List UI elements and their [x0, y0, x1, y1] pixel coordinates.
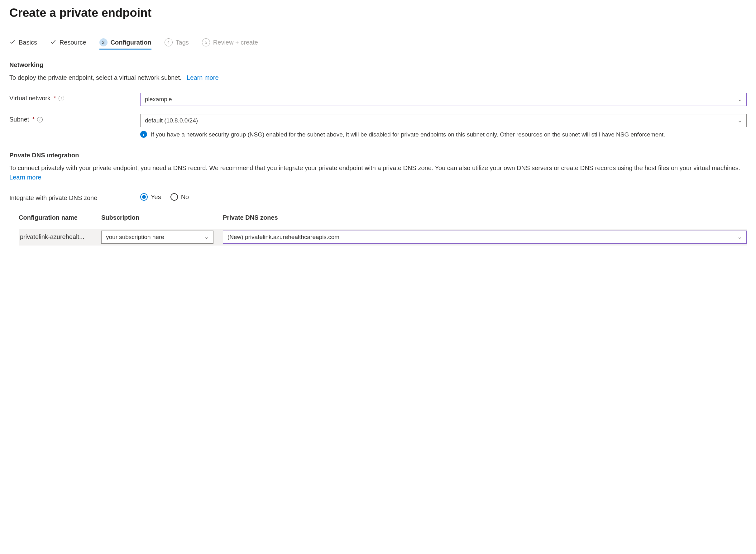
info-icon: i: [140, 131, 147, 138]
step-number-icon: 4: [165, 38, 173, 46]
info-icon[interactable]: i: [59, 96, 64, 101]
networking-description-text: To deploy the private endpoint, select a…: [9, 74, 182, 81]
tab-label: Resource: [59, 39, 86, 46]
dns-zones-table: Configuration name Subscription Private …: [19, 214, 747, 245]
col-config-name: Configuration name: [19, 214, 101, 221]
page-title: Create a private endpoint: [9, 6, 747, 20]
required-star-icon: *: [54, 95, 56, 102]
tab-tags[interactable]: 4 Tags: [165, 38, 189, 50]
radio-yes[interactable]: Yes: [140, 193, 161, 201]
integrate-dns-label: Integrate with private DNS zone: [9, 192, 140, 202]
dns-heading: Private DNS integration: [9, 152, 747, 159]
dns-description: To connect privately with your private e…: [9, 163, 747, 182]
check-icon: [50, 39, 56, 46]
label-text: Subnet: [9, 116, 29, 123]
tab-configuration[interactable]: 3 Configuration: [99, 38, 152, 50]
integrate-dns-row: Integrate with private DNS zone Yes No: [9, 192, 747, 202]
required-star-icon: *: [32, 116, 35, 123]
select-value: default (10.8.0.0/24): [145, 117, 198, 124]
radio-label: Yes: [151, 193, 161, 201]
step-number-icon: 3: [99, 38, 108, 46]
radio-label: No: [181, 193, 189, 201]
chevron-down-icon: [738, 97, 742, 102]
tab-label: Review + create: [213, 39, 258, 46]
subnet-select[interactable]: default (10.8.0.0/24): [140, 114, 747, 127]
chevron-down-icon: [738, 118, 742, 123]
virtual-network-label: Virtual network * i: [9, 93, 140, 102]
subnet-label: Subnet * i: [9, 114, 140, 123]
info-icon[interactable]: i: [37, 117, 43, 122]
chevron-down-icon: [738, 235, 742, 239]
select-value: plexample: [145, 96, 172, 103]
radio-icon: [170, 193, 178, 201]
dns-description-text: To connect privately with your private e…: [9, 165, 740, 171]
radio-no[interactable]: No: [170, 193, 189, 201]
wizard-tabs: Basics Resource 3 Configuration 4 Tags 5…: [9, 38, 747, 50]
integrate-dns-radio-group: Yes No: [140, 193, 747, 201]
nsg-info-callout: i If you have a network security group (…: [140, 130, 747, 139]
tab-basics[interactable]: Basics: [9, 39, 37, 50]
step-number-icon: 5: [202, 38, 210, 46]
check-icon: [9, 39, 15, 46]
private-dns-zone-select[interactable]: (New) privatelink.azurehealthcareapis.co…: [223, 231, 747, 244]
subscription-select[interactable]: your subscription here: [101, 231, 213, 244]
tab-label: Configuration: [111, 39, 152, 46]
dns-learn-more-link[interactable]: Learn more: [9, 174, 41, 181]
select-value: (New) privatelink.azurehealthcareapis.co…: [227, 234, 339, 240]
col-private-dns-zones: Private DNS zones: [223, 214, 747, 221]
config-name-value: privatelink-azurehealt...: [19, 233, 101, 240]
tab-review-create[interactable]: 5 Review + create: [202, 38, 258, 50]
tab-label: Tags: [176, 39, 189, 46]
chevron-down-icon: [204, 235, 209, 239]
tab-resource[interactable]: Resource: [50, 39, 86, 50]
virtual-network-row: Virtual network * i plexample: [9, 93, 747, 106]
col-subscription: Subscription: [101, 214, 223, 221]
tab-label: Basics: [19, 39, 37, 46]
virtual-network-select[interactable]: plexample: [140, 93, 747, 106]
select-value: your subscription here: [106, 234, 164, 240]
nsg-note-text: If you have a network security group (NS…: [151, 130, 665, 139]
label-text: Virtual network: [9, 95, 51, 102]
subnet-row: Subnet * i default (10.8.0.0/24) i If yo…: [9, 114, 747, 139]
table-header-row: Configuration name Subscription Private …: [19, 214, 747, 229]
radio-icon: [140, 193, 148, 201]
networking-learn-more-link[interactable]: Learn more: [187, 74, 218, 81]
networking-heading: Networking: [9, 61, 747, 68]
label-text: Integrate with private DNS zone: [9, 195, 97, 202]
networking-description: To deploy the private endpoint, select a…: [9, 73, 747, 82]
table-row: privatelink-azurehealt... your subscript…: [19, 229, 747, 245]
